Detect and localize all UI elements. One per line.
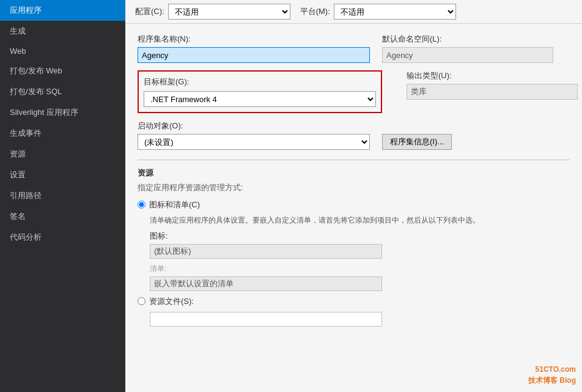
radio-resource-file-input[interactable] bbox=[138, 297, 146, 305]
default-namespace-input[interactable] bbox=[382, 47, 553, 63]
output-type-input bbox=[407, 84, 578, 100]
target-framework-select[interactable]: .NET Framework 4.NET Framework 3.5.NET F… bbox=[144, 91, 376, 107]
content-area: 程序集名称(N): 默认命名空间(L): 目标框架(G): .NET Frame… bbox=[125, 24, 582, 392]
sidebar-item-code-analysis[interactable]: 代码分析 bbox=[0, 227, 125, 248]
watermark: 51CTO.com 技术博客 Blog bbox=[528, 364, 576, 386]
assembly-namespace-row: 程序集名称(N): 默认命名空间(L): bbox=[138, 34, 570, 63]
sidebar-label-code-analysis: 代码分析 bbox=[10, 232, 42, 242]
sidebar-item-silverlight[interactable]: Silverlight 应用程序 bbox=[0, 102, 125, 123]
sidebar-item-build-events[interactable]: 生成事件 bbox=[0, 123, 125, 144]
sidebar-label-settings: 设置 bbox=[10, 170, 26, 179]
top-bar: 配置(C): 不适用DebugRelease 平台(M): 不适用Any CPU… bbox=[125, 0, 582, 24]
config-label: 配置(C): bbox=[135, 6, 164, 17]
watermark-line1: 51CTO.com bbox=[528, 364, 576, 375]
sidebar-item-publish-web[interactable]: 打包/发布 Web bbox=[0, 61, 125, 81]
icon-field-group: 图标: bbox=[150, 231, 570, 259]
startup-select[interactable]: (未设置) bbox=[138, 134, 370, 150]
sidebar-item-build[interactable]: 生成 bbox=[0, 21, 125, 42]
sidebar-item-ref-paths[interactable]: 引用路径 bbox=[0, 185, 125, 206]
sidebar-item-publish-sql[interactable]: 打包/发布 SQL bbox=[0, 81, 125, 102]
config-select[interactable]: 不适用DebugRelease bbox=[168, 4, 290, 20]
sidebar-item-resources[interactable]: 资源 bbox=[0, 144, 125, 165]
resource-file-input[interactable] bbox=[150, 312, 382, 327]
sidebar: 应用程序 生成 Web 打包/发布 Web 打包/发布 SQL Silverli… bbox=[0, 0, 125, 392]
icon-label: 图标: bbox=[150, 231, 570, 242]
radio-resource-file: 资源文件(S): bbox=[138, 296, 570, 307]
manifest-label: 清单: bbox=[150, 264, 570, 274]
sidebar-item-settings[interactable]: 设置 bbox=[0, 165, 125, 185]
startup-row: 启动对象(O): (未设置) 程序集信息(I)... bbox=[138, 120, 570, 150]
icon-input bbox=[150, 244, 382, 259]
sidebar-label-ref-paths: 引用路径 bbox=[10, 191, 42, 200]
radio-resource-file-label: 资源文件(S): bbox=[149, 296, 194, 307]
config-group: 配置(C): 不适用DebugRelease bbox=[135, 4, 290, 20]
startup-label: 启动对象(O): bbox=[138, 120, 370, 131]
platform-select[interactable]: 不适用Any CPUx86x64 bbox=[334, 4, 456, 20]
sidebar-label-resources: 资源 bbox=[10, 149, 26, 158]
target-framework-label: 目标框架(G): bbox=[144, 76, 376, 87]
radio-icon-manifest: 图标和清单(C) bbox=[138, 199, 570, 210]
manifest-input bbox=[150, 276, 382, 291]
sidebar-label-signing: 签名 bbox=[10, 212, 26, 221]
sidebar-item-signing[interactable]: 签名 bbox=[0, 206, 125, 227]
platform-label: 平台(M): bbox=[300, 6, 330, 17]
assembly-name-label: 程序集名称(N): bbox=[138, 34, 370, 45]
framework-output-row: 目标框架(G): .NET Framework 4.NET Framework … bbox=[138, 70, 570, 120]
watermark-line2: 技术博客 Blog bbox=[528, 375, 576, 386]
startup-group: 启动对象(O): (未设置) bbox=[138, 120, 370, 150]
output-type-group: 输出类型(U): bbox=[407, 70, 578, 100]
resources-section: 资源 指定应用程序资源的管理方式: 图标和清单(C) 清单确定应用程序的具体设置… bbox=[138, 160, 570, 327]
manifest-field-group: 清单: bbox=[150, 264, 570, 291]
default-namespace-label: 默认命名空间(L): bbox=[382, 34, 553, 45]
platform-group: 平台(M): 不适用Any CPUx86x64 bbox=[300, 4, 456, 20]
sidebar-label-build: 生成 bbox=[10, 26, 26, 35]
sidebar-label-build-events: 生成事件 bbox=[10, 128, 42, 138]
resources-desc: 指定应用程序资源的管理方式: bbox=[138, 182, 570, 193]
sidebar-item-web[interactable]: Web bbox=[0, 42, 125, 61]
main-content: 配置(C): 不适用DebugRelease 平台(M): 不适用Any CPU… bbox=[125, 0, 582, 392]
target-framework-box: 目标框架(G): .NET Framework 4.NET Framework … bbox=[138, 70, 382, 113]
sidebar-label-publish-web: 打包/发布 Web bbox=[10, 66, 62, 75]
resource-file-field-group bbox=[150, 312, 570, 327]
output-type-label: 输出类型(U): bbox=[407, 70, 578, 81]
radio-icon-manifest-input[interactable] bbox=[138, 201, 146, 209]
radio-icon-manifest-label: 图标和清单(C) bbox=[149, 199, 200, 210]
assembly-info-button[interactable]: 程序集信息(I)... bbox=[382, 134, 452, 150]
sidebar-label-publish-sql: 打包/发布 SQL bbox=[10, 87, 62, 96]
sidebar-label-web: Web bbox=[10, 46, 26, 56]
sidebar-item-app[interactable]: 应用程序 bbox=[0, 0, 125, 21]
assembly-name-group: 程序集名称(N): bbox=[138, 34, 370, 63]
default-namespace-group: 默认命名空间(L): bbox=[382, 34, 553, 63]
resources-title: 资源 bbox=[138, 168, 570, 179]
assembly-name-input[interactable] bbox=[138, 47, 370, 63]
sidebar-label-silverlight: Silverlight 应用程序 bbox=[10, 108, 78, 117]
sidebar-label-app: 应用程序 bbox=[10, 6, 42, 15]
radio-icon-manifest-desc: 清单确定应用程序的具体设置。要嵌入自定义清单，请首先将它添加到项目中，然后从以下… bbox=[150, 215, 570, 226]
